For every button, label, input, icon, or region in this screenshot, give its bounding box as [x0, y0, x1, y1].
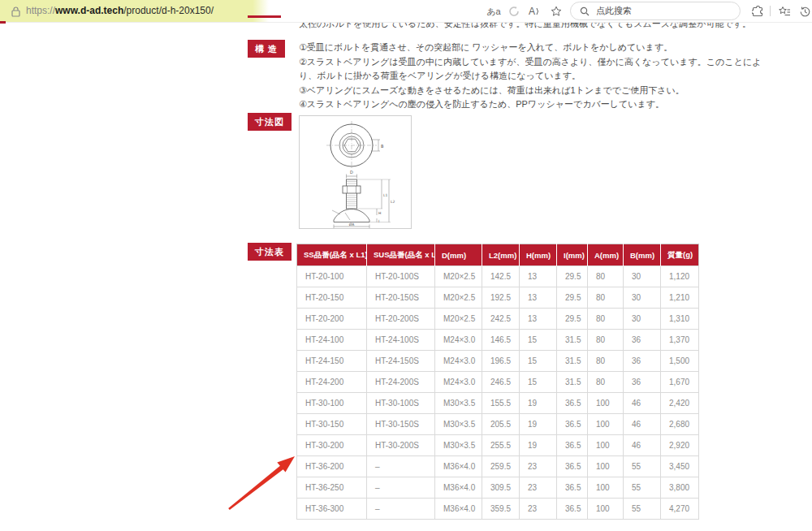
table-cell: 55 [624, 456, 661, 477]
table-cell: HT-20-150S [367, 287, 435, 309]
table-cell: 146.5 [482, 330, 520, 351]
structure-line: ②スラストベアリングは受皿の中に内蔵していますが、受皿の高さより、僅かに高くなっ… [299, 55, 761, 70]
table-cell: 255.5 [482, 435, 520, 456]
table-cell: 36 [624, 372, 661, 393]
table-cell: HT-20-150 [297, 287, 367, 309]
svg-text:H: H [378, 211, 381, 215]
url-path: /product/d-h-20x150/ [123, 5, 214, 16]
structure-line: ④スラストベアリングへの塵の侵入を防止するため、PPワッシャーでカバーしています… [299, 97, 761, 112]
table-cell: 100 [588, 435, 624, 456]
table-cell: 36 [624, 330, 661, 351]
dimension-diagram: B D L1 L2 H I [299, 115, 412, 229]
table-cell: 36.5 [557, 414, 588, 435]
structure-line: り、ボルトに掛かる荷重をベアリングが受ける構造になっています。 [299, 69, 761, 84]
translate-icon[interactable]: あa [486, 3, 502, 19]
table-cell: 29.5 [557, 287, 588, 309]
table-cell: 192.5 [482, 287, 520, 309]
table-cell: 1,210 [661, 287, 699, 309]
column-header: I(mm) [557, 244, 588, 266]
table-cell: 1,310 [661, 309, 699, 330]
table-row: HT-30-100HT-30-100SM30×3.5155.51936.5100… [297, 393, 699, 414]
table-cell: 205.5 [482, 414, 520, 435]
svg-text:B: B [381, 144, 384, 149]
history-icon[interactable] [797, 3, 812, 19]
table-cell: 80 [588, 351, 624, 372]
spinner-icon[interactable] [506, 3, 522, 19]
table-cell: HT-36-200 [297, 456, 367, 477]
table-cell: 3,450 [661, 456, 699, 477]
table-cell: 36.5 [557, 393, 588, 414]
table-cell: HT-24-100 [297, 330, 367, 351]
svg-text:ØA: ØA [349, 222, 356, 227]
column-header: B(mm) [624, 244, 661, 266]
url-scheme: https:// [26, 5, 55, 16]
read-aloud-icon[interactable]: A [526, 3, 542, 19]
table-cell: HT-36-250 [297, 477, 367, 499]
table-cell: HT-20-100S [367, 266, 435, 287]
table-cell: 31.5 [557, 372, 588, 393]
table-cell: 46 [624, 393, 661, 414]
address-bar-url[interactable]: https://www.d-ad.tech/product/d-h-20x150… [26, 5, 214, 16]
table-cell: M36×4.0 [435, 477, 482, 499]
table-row: HT-36-300–M36×4.0359.52336.5100554,270 [297, 499, 699, 520]
table-cell: HT-24-150S [367, 351, 435, 372]
table-cell: HT-24-100S [367, 330, 435, 351]
table-row: HT-20-100HT-20-100SM20×2.5142.51329.5803… [297, 266, 699, 287]
structure-line: ①受皿にボルトを貫通させ、その突起部に ワッシャーを入れて、ボルトをかしめていま… [299, 41, 761, 55]
table-cell: HT-24-200S [367, 372, 435, 393]
browser-toolbar: https://www.d-ad.tech/product/d-h-20x150… [0, 0, 812, 23]
structure-label: 構 造 [248, 40, 285, 58]
structure-line: ③ベアリングにスムーズな動きをさせるためには、荷重は出来れば1トンまででご使用下… [299, 84, 761, 98]
table-row: HT-36-250–M36×4.0309.52336.5100553,800 [297, 477, 699, 499]
search-icon [580, 6, 590, 16]
table-cell: 23 [520, 456, 557, 477]
table-cell: 2,680 [661, 414, 699, 435]
table-cell: HT-30-200S [367, 435, 435, 456]
url-domain: www.d-ad.tech [55, 5, 123, 16]
red-annotation-arrow [221, 448, 302, 517]
extensions-icon[interactable] [749, 3, 766, 19]
table-cell: HT-24-200 [297, 372, 367, 393]
table-cell: 15 [520, 351, 557, 372]
table-cell: HT-30-150S [367, 414, 435, 435]
table-cell: M36×4.0 [435, 456, 482, 477]
table-cell: 19 [520, 435, 557, 456]
table-cell: HT-24-150 [297, 351, 367, 372]
favorites-star-icon[interactable] [548, 3, 564, 19]
table-cell: 4,270 [661, 499, 699, 520]
table-cell: 80 [588, 309, 624, 330]
table-cell: – [367, 456, 435, 477]
search-input[interactable]: 点此搜索 [570, 2, 741, 20]
table-cell: 259.5 [482, 456, 520, 477]
toolbar-divider [770, 6, 771, 16]
table-cell: 13 [520, 266, 557, 287]
column-header: 質量(g) [661, 244, 699, 266]
table-cell: 23 [520, 477, 557, 499]
table-cell: 30 [624, 309, 661, 330]
table-cell: 30 [624, 266, 661, 287]
table-cell: 100 [588, 393, 624, 414]
diagram-label: 寸法図 [248, 113, 292, 131]
table-cell: M30×3.5 [435, 414, 482, 435]
table-cell: M20×2.5 [435, 287, 482, 309]
collections-icon[interactable] [776, 3, 793, 19]
table-cell: 31.5 [557, 351, 588, 372]
table-cell: 23 [520, 499, 557, 520]
column-header: A(mm) [588, 244, 624, 266]
lock-icon[interactable] [11, 6, 20, 20]
table-row: HT-24-150HT-24-150SM24×3.0196.51531.5803… [297, 351, 699, 372]
table-cell: 15 [520, 372, 557, 393]
table-cell: – [367, 499, 435, 520]
table-cell: 46 [624, 435, 661, 456]
table-cell: 80 [588, 372, 624, 393]
table-cell: M36×4.0 [435, 499, 482, 520]
table-cell: HT-30-150 [297, 414, 367, 435]
table-cell: M24×3.0 [435, 351, 482, 372]
table-cell: 1,120 [661, 266, 699, 287]
table-cell: HT-20-200S [367, 309, 435, 330]
table-row: HT-30-200HT-30-200SM30×3.5255.51936.5100… [297, 435, 699, 456]
table-row: HT-24-100HT-24-100SM24×3.0146.51531.5803… [297, 330, 699, 351]
table-cell: HT-20-100 [297, 266, 367, 287]
table-cell: 36.5 [557, 435, 588, 456]
table-cell: 55 [624, 499, 661, 520]
